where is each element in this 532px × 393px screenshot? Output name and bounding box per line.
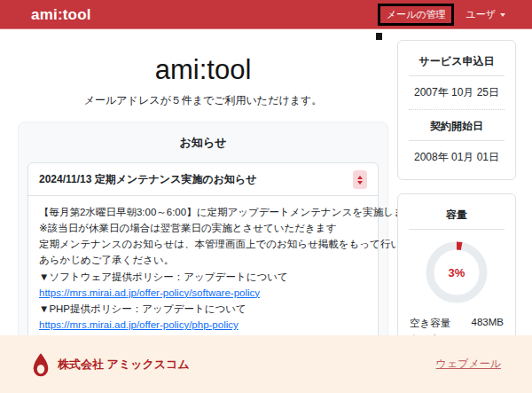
capacity-row-free: 空き容量 483MB [409,315,505,332]
caret-up-icon [357,176,363,179]
notice-line: あらかじめご了承ください。 [39,252,367,268]
company-logo-icon [31,352,51,377]
divider [409,229,505,230]
app-footer: 株式会社 アミックスコム ウェブメール [0,335,532,393]
notice-item-title: 2024/11/13 定期メンテナンス実施のお知らせ [39,172,257,187]
capacity-percent-label: 3% [423,239,490,306]
webmail-link[interactable]: ウェブメール [436,357,501,372]
divider [409,75,505,76]
policy-php-link[interactable]: https://mrs.mirai.ad.jp/offer-policy/php… [39,319,239,330]
caret-down-icon [357,181,363,185]
nav-user-menu[interactable]: ユーザ [466,8,505,21]
divider [409,140,505,141]
contract-start-date-value: 2008年 01月 01日 [409,145,505,169]
policy-software-label: ▼ソフトウェア提供ポリシー：アップデートについて [39,269,367,285]
free-capacity-label: 空き容量 [410,317,450,330]
notice-line: 定期メンテナンスのお知らせは、本管理画面上でのお知らせ掲載をもって行います。 [39,236,367,252]
dates-card: サービス申込日 2007年 10月 25日 契約開始日 2008年 01月 01… [397,40,516,180]
service-apply-date-value: 2007年 10月 25日 [409,81,505,104]
policy-php-label: ▼PHP提供ポリシー：アップデートについて [39,301,367,317]
free-capacity-value: 483MB [472,317,504,330]
notice-panel-title: お知らせ [27,135,379,151]
brand-logo[interactable]: ami:tool [31,6,91,24]
notice-item-header[interactable]: 2024/11/13 定期メンテナンス実施のお知らせ [28,163,378,195]
company-brand: 株式会社 アミックスコム [31,352,190,377]
notice-line: ※該当日が休業日の場合は翌営業日の実施とさせていただきます [39,220,367,236]
dotted-divider [409,109,505,110]
chevron-down-icon [500,13,505,17]
app-header: ami:tool メールの管理 ユーザ [0,0,532,29]
capacity-title: 容量 [409,203,505,229]
notice-line: 【毎月第2水曜日早朝3:00～6:00】に定期アップデートメンテナンスを実施しま… [39,204,367,220]
capacity-donut-chart: 3% [423,239,490,306]
contract-start-date-label: 契約開始日 [409,114,505,140]
mouse-cursor-artifact [376,33,382,40]
page-subtitle: メールアドレスが５件までご利用いただけます。 [18,93,388,108]
policy-software-link[interactable]: https://mrs.mirai.ad.jp/offer-policy/sof… [39,287,260,298]
header-nav: メールの管理 ユーザ [378,4,505,26]
nav-user-label: ユーザ [466,9,496,20]
expand-collapse-icon[interactable] [353,170,367,189]
page-title: ami:tool [18,54,388,86]
service-apply-date-label: サービス申込日 [409,50,505,75]
nav-mail-management[interactable]: メールの管理 [378,4,455,26]
company-name: 株式会社 アミックスコム [58,357,190,373]
